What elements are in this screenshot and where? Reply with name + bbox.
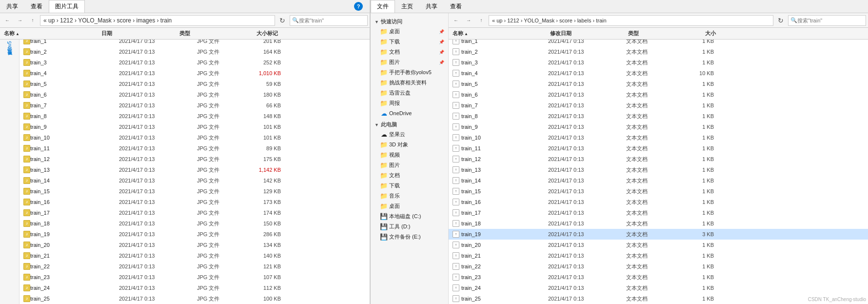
right-file-row[interactable]: T train_8 2021/4/17 0:13 文本文档 1 KB <box>449 111 868 122</box>
right-file-row[interactable]: T train_24 2021/4/17 0:13 文本文档 1 KB <box>449 283 868 293</box>
refresh-button-left[interactable]: ↻ <box>277 15 288 26</box>
left-file-row[interactable]: J train_5 2021/4/17 0:13 JPG 文件 59 KB <box>20 79 370 89</box>
sidebar-item-thispc[interactable]: 📁 下载 <box>371 181 448 191</box>
up-button-right[interactable]: ↑ <box>476 15 487 26</box>
left-file-row[interactable]: J train_20 2021/4/17 0:13 JPG 文件 134 KB <box>20 240 370 250</box>
right-file-row[interactable]: T train_7 2021/4/17 0:13 文本文档 1 KB <box>449 100 868 111</box>
right-file-row[interactable]: T train_19 2021/4/17 0:13 文本文档 3 KB <box>449 229 868 240</box>
right-file-row[interactable]: T train_22 2021/4/17 0:13 文本文档 1 KB <box>449 261 868 272</box>
tab-share-right[interactable]: 共享 <box>419 0 444 13</box>
tab-share-left[interactable]: 共享 <box>0 0 24 13</box>
sidebar-item-thispc[interactable]: 📁 视频 <box>371 150 448 160</box>
left-file-row[interactable]: J train_15 2021/4/17 0:13 JPG 文件 129 KB <box>20 186 370 197</box>
forward-button-left[interactable]: → <box>15 15 25 26</box>
left-file-row[interactable]: J train_7 2021/4/17 0:13 JPG 文件 66 KB <box>20 100 370 111</box>
right-file-row[interactable]: T train_16 2021/4/17 0:13 文本文档 1 KB <box>449 197 868 207</box>
forward-button-right[interactable]: → <box>463 15 474 26</box>
right-file-row[interactable]: T train_12 2021/4/17 0:13 文本文档 1 KB <box>449 154 868 164</box>
tab-view-right[interactable]: 查看 <box>444 0 468 13</box>
sidebar-item-thispc[interactable]: 💾 文件备份 (E:) <box>371 232 448 242</box>
sidebar-item-thispc[interactable]: ☁ 坚果云 <box>371 129 448 140</box>
sidebar-item-thispc[interactable]: 📁 3D 对象 <box>371 140 448 150</box>
tab-home-right[interactable]: 主页 <box>395 0 419 13</box>
right-file-row[interactable]: T train_11 2021/4/17 0:13 文本文档 1 KB <box>449 143 868 154</box>
left-file-row[interactable]: J train_6 2021/4/17 0:13 JPG 文件 180 KB <box>20 89 370 100</box>
search-input-right[interactable] <box>797 18 865 23</box>
right-file-row[interactable]: T train_23 2021/4/17 0:13 文本文档 1 KB <box>449 272 868 283</box>
right-file-row[interactable]: T train_3 2021/4/17 0:13 文本文档 1 KB <box>449 57 868 68</box>
refresh-button-right[interactable]: ↻ <box>775 15 786 26</box>
search-box-left[interactable]: 🔍 <box>290 15 368 26</box>
sidebar-item-quickaccess[interactable]: 📁 桌面 📌 <box>371 26 448 37</box>
col-type-header-left[interactable]: 类型 <box>179 30 228 37</box>
left-file-row[interactable]: J train_13 2021/4/17 0:13 JPG 文件 1,142 K… <box>20 164 370 175</box>
back-button-left[interactable]: ← <box>2 15 13 26</box>
right-file-row[interactable]: T train_25 2021/4/17 0:13 文本文档 1 KB <box>449 293 868 304</box>
left-file-row[interactable]: J train_22 2021/4/17 0:13 JPG 文件 121 KB <box>20 261 370 272</box>
up-button-left[interactable]: ↑ <box>27 15 38 26</box>
sidebar-item-thispc[interactable]: 📁 图片 <box>371 160 448 170</box>
tab-file-right[interactable]: 文件 <box>371 0 395 13</box>
address-path-left[interactable]: « up › 1212 › YOLO_Mask › score › images… <box>40 15 275 26</box>
sidebar-item-thispc[interactable]: 💾 工具 (D:) <box>371 222 448 232</box>
col-name-header-left[interactable]: 名称▲ <box>4 30 101 37</box>
sidebar-item-quickaccess[interactable]: 📁 图片 📌 <box>371 57 448 67</box>
left-file-row[interactable]: J train_17 2021/4/17 0:13 JPG 文件 174 KB <box>20 207 370 218</box>
sidebar-item-quickaccess[interactable]: 📁 手把手教你yolov5 <box>371 67 448 78</box>
rcol-type-header[interactable]: 类型 <box>628 30 687 37</box>
left-sidebar-pin2[interactable]: 关资料 <box>2 54 18 64</box>
search-box-right[interactable]: 🔍 <box>788 15 866 26</box>
right-file-row[interactable]: T train_10 2021/4/17 0:13 文本文档 1 KB <box>449 132 868 143</box>
left-file-row[interactable]: J train_4 2021/4/17 0:13 JPG 文件 1,010 KB <box>20 68 370 79</box>
right-file-row[interactable]: T train_14 2021/4/17 0:13 文本文档 1 KB <box>449 175 868 186</box>
left-file-row[interactable]: J train_25 2021/4/17 0:13 JPG 文件 100 KB <box>20 293 370 304</box>
right-file-row[interactable]: T train_6 2021/4/17 0:13 文本文档 1 KB <box>449 89 868 100</box>
help-button[interactable]: ? <box>354 2 363 11</box>
left-file-row[interactable]: J train_2 2021/4/17 0:13 JPG 文件 164 KB <box>20 46 370 57</box>
col-date-header-left[interactable]: 日期 <box>101 30 179 37</box>
right-file-row[interactable]: T train_20 2021/4/17 0:13 文本文档 1 KB <box>449 240 868 250</box>
left-file-row[interactable]: J train_8 2021/4/17 0:13 JPG 文件 148 KB <box>20 111 370 122</box>
left-file-row[interactable]: J train_12 2021/4/17 0:13 JPG 文件 175 KB <box>20 154 370 164</box>
left-sidebar-pin1[interactable]: 你yolov5 <box>2 43 18 53</box>
col-tag-header-left[interactable]: 标记 <box>267 30 296 37</box>
tab-picture-tools[interactable]: 图片工具 <box>49 0 85 13</box>
left-file-row[interactable]: J train_23 2021/4/17 0:13 JPG 文件 107 KB <box>20 272 370 283</box>
left-file-row[interactable]: J train_16 2021/4/17 0:13 JPG 文件 173 KB <box>20 197 370 207</box>
sidebar-item-quickaccess[interactable]: 📁 周报 <box>371 98 448 108</box>
left-file-row[interactable]: J train_24 2021/4/17 0:13 JPG 文件 112 KB <box>20 283 370 293</box>
search-input-left[interactable] <box>299 18 366 23</box>
sidebar-item-quickaccess[interactable]: 📁 文档 📌 <box>371 47 448 57</box>
right-file-row[interactable]: T train_21 2021/4/17 0:13 文本文档 1 KB <box>449 250 868 261</box>
col-size-header-left[interactable]: 大小 <box>228 30 267 37</box>
sidebar-item-quickaccess[interactable]: 📁 下载 📌 <box>371 37 448 47</box>
left-file-row[interactable]: J train_11 2021/4/17 0:13 JPG 文件 89 KB <box>20 143 370 154</box>
left-file-row[interactable]: J train_10 2021/4/17 0:13 JPG 文件 101 KB <box>20 132 370 143</box>
sidebar-item-quickaccess[interactable]: 📁 迅雷云盘 <box>371 88 448 98</box>
right-file-row[interactable]: T train_17 2021/4/17 0:13 文本文档 1 KB <box>449 207 868 218</box>
address-path-right[interactable]: « up › 1212 › YOLO_Mask › score › labels… <box>489 15 773 26</box>
sidebar-item-thispc[interactable]: 📁 桌面 <box>371 201 448 211</box>
right-file-row[interactable]: T train_4 2021/4/17 0:13 文本文档 10 KB <box>449 68 868 79</box>
left-file-row[interactable]: J train_14 2021/4/17 0:13 JPG 文件 142 KB <box>20 175 370 186</box>
right-file-row[interactable]: T train_1 2021/4/17 0:13 文本文档 1 KB <box>449 40 868 46</box>
left-file-row[interactable]: J train_19 2021/4/17 0:13 JPG 文件 286 KB <box>20 229 370 240</box>
right-file-row[interactable]: T train_13 2021/4/17 0:13 文本文档 1 KB <box>449 164 868 175</box>
sidebar-item-thispc[interactable]: 📁 音乐 <box>371 191 448 201</box>
sidebar-onedrive[interactable]: ☁ OneDrive <box>371 108 448 118</box>
sidebar-item-thispc[interactable]: 📁 文档 <box>371 170 448 181</box>
left-file-row[interactable]: J train_9 2021/4/17 0:13 JPG 文件 101 KB <box>20 122 370 132</box>
right-file-row[interactable]: T train_2 2021/4/17 0:13 文本文档 1 KB <box>449 46 868 57</box>
left-file-row[interactable]: J train_1 2021/4/17 0:13 JPG 文件 201 KB <box>20 40 370 46</box>
right-file-row[interactable]: T train_9 2021/4/17 0:13 文本文档 1 KB <box>449 122 868 132</box>
left-file-row[interactable]: J train_3 2021/4/17 0:13 JPG 文件 252 KB <box>20 57 370 68</box>
right-file-row[interactable]: T train_5 2021/4/17 0:13 文本文档 1 KB <box>449 79 868 89</box>
sidebar-item-thispc[interactable]: 💾 本地磁盘 (C:) <box>371 211 448 222</box>
rcol-name-header[interactable]: 名称▲ <box>453 30 550 37</box>
right-file-row[interactable]: T train_15 2021/4/17 0:13 文本文档 1 KB <box>449 186 868 197</box>
left-file-row[interactable]: J train_21 2021/4/17 0:13 JPG 文件 140 KB <box>20 250 370 261</box>
rcol-date-header[interactable]: 修改日期 <box>550 30 628 37</box>
back-button-right[interactable]: ← <box>451 15 461 26</box>
left-file-row[interactable]: J train_18 2021/4/17 0:13 JPG 文件 150 KB <box>20 218 370 229</box>
rcol-size-header[interactable]: 大小 <box>687 30 716 37</box>
